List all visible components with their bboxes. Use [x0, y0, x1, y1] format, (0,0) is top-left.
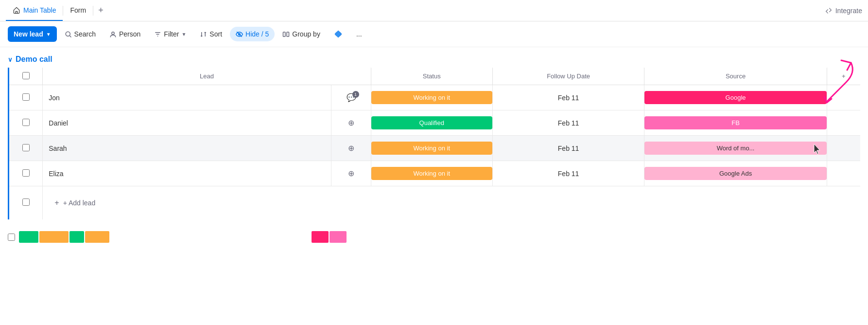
search-icon	[65, 31, 72, 38]
status-cell-jon[interactable]: Working on it	[371, 85, 492, 110]
sort-icon	[200, 31, 207, 38]
sort-button[interactable]: Sort	[194, 27, 228, 41]
checkbox-add[interactable]	[22, 199, 30, 206]
top-nav: Main Table Form + Integrate	[0, 0, 868, 21]
checkbox-jon[interactable]	[22, 93, 30, 101]
more-label: ...	[356, 30, 362, 38]
more-button[interactable]: ...	[350, 27, 368, 41]
lead-name-cell-eliza: Eliza	[43, 161, 331, 186]
tab-form[interactable]: Form	[63, 0, 93, 21]
status-cell-daniel[interactable]: Qualified	[371, 110, 492, 136]
status-badge-daniel: Qualified	[371, 116, 492, 129]
group-icon	[282, 31, 290, 38]
source-badge-jon: Google	[644, 91, 826, 104]
table-container: Lead Status Follow Up Date Source	[8, 68, 860, 219]
svg-rect-4	[283, 32, 286, 36]
filter-label: Filter	[164, 30, 179, 38]
lead-icon-cell-sarah[interactable]: ⊕	[331, 136, 371, 161]
lead-name-cell-jon: Jon	[43, 85, 331, 110]
add-lead-cell[interactable]: + + Add lead	[43, 186, 860, 220]
integrate-button[interactable]: Integrate	[825, 7, 862, 15]
hide-label: Hide / 5	[245, 30, 269, 38]
lead-icon-eliza: ⊕	[348, 169, 354, 178]
svg-point-0	[66, 32, 70, 36]
bottom-bar	[0, 227, 868, 247]
status-cell-sarah[interactable]: Working on it	[371, 136, 492, 161]
group-by-button[interactable]: Group by	[277, 27, 326, 41]
row-checkbox-eliza[interactable]	[9, 161, 43, 186]
lead-icon-cell-eliza[interactable]: ⊕	[331, 161, 371, 186]
source-cell-daniel[interactable]: FB	[644, 110, 827, 136]
source-cell-jon[interactable]: Google	[644, 85, 827, 110]
date-jon: Feb 11	[558, 94, 579, 102]
table-row: Jon 💬 1 Working on it Feb 11 Google	[9, 85, 860, 110]
lead-icon-cell-daniel[interactable]: ⊕	[331, 110, 371, 136]
header-add-column[interactable]: +	[827, 68, 860, 85]
lead-name-cell-daniel: Daniel	[43, 110, 331, 136]
home-icon	[13, 6, 20, 14]
date-cell-sarah: Feb 11	[492, 136, 644, 161]
status-badge-jon: Working on it	[371, 91, 492, 104]
add-col-cell-eliza	[827, 161, 860, 186]
lead-name-sarah: Sarah	[49, 144, 325, 152]
section-demo-call[interactable]: ∨ Demo call	[0, 47, 868, 68]
source-seg-2	[330, 231, 347, 243]
filter-chevron: ▼	[181, 32, 186, 37]
person-button[interactable]: Person	[104, 27, 146, 41]
add-tab-button[interactable]: +	[93, 5, 108, 16]
header-follow-up-date: Follow Up Date	[492, 68, 644, 85]
lead-name-jon: Jon	[49, 94, 325, 102]
new-lead-chevron: ▼	[46, 32, 51, 37]
cursor-icon	[812, 143, 823, 157]
select-all-checkbox[interactable]	[22, 72, 30, 79]
lead-icon-daniel: ⊕	[348, 119, 354, 127]
header-checkbox[interactable]	[9, 68, 43, 85]
leads-table: Lead Status Follow Up Date Source	[9, 68, 860, 219]
date-sarah: Feb 11	[558, 144, 579, 152]
new-lead-button[interactable]: New lead ▼	[8, 26, 57, 42]
svg-rect-5	[287, 32, 289, 36]
header-lead: Lead	[43, 68, 371, 85]
person-label: Person	[119, 30, 140, 38]
add-lead-row[interactable]: + + Add lead	[9, 186, 860, 220]
header-status: Status	[371, 68, 492, 85]
hide-button[interactable]: Hide / 5	[230, 27, 275, 41]
lead-name-eliza: Eliza	[49, 170, 325, 178]
status-badge-eliza: Working on it	[371, 167, 492, 180]
header-source: Source	[644, 68, 827, 85]
bottom-source-bar	[312, 231, 347, 243]
integrate-label: Integrate	[835, 7, 862, 15]
row-checkbox-sarah[interactable]	[9, 136, 43, 161]
tab-main-table[interactable]: Main Table	[6, 0, 63, 21]
bottom-checkbox[interactable]	[8, 234, 15, 241]
checkbox-daniel[interactable]	[22, 119, 30, 126]
integrate-icon	[825, 7, 833, 15]
source-badge-eliza: Google Ads	[644, 167, 826, 180]
date-daniel: Feb 11	[558, 119, 579, 127]
color-seg-2	[39, 231, 69, 243]
source-cell-eliza[interactable]: Google Ads	[644, 161, 827, 186]
search-button[interactable]: Search	[59, 27, 102, 41]
row-checkbox-daniel[interactable]	[9, 110, 43, 136]
checkbox-sarah[interactable]	[22, 144, 30, 151]
date-cell-jon: Feb 11	[492, 85, 644, 110]
main-table-tab-label: Main Table	[23, 6, 56, 14]
lead-icon-cell-jon[interactable]: 💬 1	[331, 85, 371, 110]
date-cell-daniel: Feb 11	[492, 110, 644, 136]
new-lead-label: New lead	[14, 30, 43, 38]
add-lead-label: + Add lead	[63, 199, 96, 207]
status-badge-sarah: Working on it	[371, 142, 492, 155]
status-cell-eliza[interactable]: Working on it	[371, 161, 492, 186]
ai-button[interactable]	[328, 26, 348, 42]
table-header-row: Lead Status Follow Up Date Source	[9, 68, 860, 85]
add-col-cell-sarah	[827, 136, 860, 161]
source-cell-sarah[interactable]: Word of mo...	[644, 136, 827, 161]
group-by-label: Group by	[292, 30, 320, 38]
row-checkbox-jon[interactable]	[9, 85, 43, 110]
color-seg-1	[19, 231, 38, 243]
checkbox-eliza[interactable]	[22, 169, 30, 177]
notification-badge-jon: 1	[352, 91, 359, 98]
filter-button[interactable]: Filter ▼	[148, 27, 192, 41]
form-tab-label: Form	[70, 6, 86, 14]
lead-name-cell-sarah: Sarah	[43, 136, 331, 161]
